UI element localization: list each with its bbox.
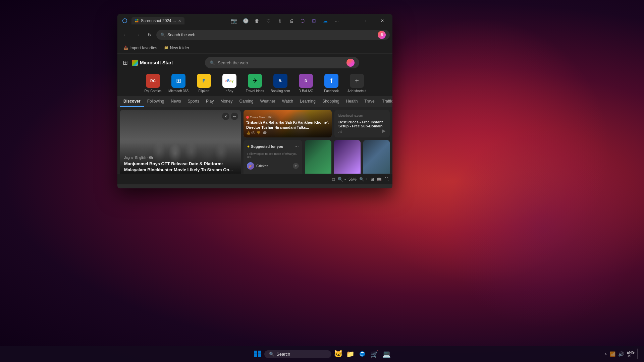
address-bar[interactable]: 🔍 Search the web B bbox=[156, 30, 390, 40]
camera-icon[interactable]: 📷 bbox=[229, 15, 239, 26]
bing-search-icon bbox=[346, 59, 355, 67]
more-options-button[interactable]: ··· bbox=[231, 113, 238, 120]
print-icon[interactable]: 🖨 bbox=[286, 15, 297, 26]
minimize-button[interactable]: — bbox=[344, 15, 359, 26]
bottom-card-moneycontrol[interactable]: Moneycontrol · 2h bbox=[305, 140, 331, 174]
ms-logo[interactable]: Microsoft Start bbox=[132, 60, 173, 66]
shortcut-add[interactable]: + Add shortcut bbox=[347, 74, 367, 93]
shortcut-ebay[interactable]: eBay eBay bbox=[219, 74, 239, 93]
edge-icon[interactable] bbox=[120, 16, 129, 25]
history-icon[interactable]: 🕐 bbox=[240, 15, 251, 26]
shortcut-dbal[interactable]: D D Bal A/C bbox=[296, 74, 316, 93]
onedrive-icon[interactable]: ☁ bbox=[320, 15, 331, 26]
tab-money[interactable]: Money bbox=[217, 96, 236, 107]
taskbar-explorer-icon[interactable]: 📁 bbox=[345, 349, 356, 359]
zoom-in[interactable]: 🔍 + bbox=[359, 177, 368, 182]
tab-play[interactable]: Play bbox=[203, 96, 217, 107]
window-controls: — □ ✕ bbox=[344, 15, 390, 26]
refresh-button[interactable]: ↻ bbox=[144, 29, 155, 40]
tab-traffic[interactable]: Traffic bbox=[379, 96, 392, 107]
chevron-up-icon[interactable]: ∧ bbox=[604, 352, 607, 356]
shortcut-facebook[interactable]: f Facebook bbox=[321, 74, 341, 93]
shortcut-m365[interactable]: ⊞ Microsoft 365 bbox=[168, 74, 189, 93]
booking-icon: B. bbox=[273, 74, 287, 88]
more-icon[interactable]: ··· bbox=[331, 15, 342, 26]
reader-view-icon[interactable]: □ bbox=[332, 177, 335, 182]
shortcut-travel[interactable]: ✈ Travel Ideas bbox=[245, 74, 265, 93]
card1-dislike[interactable]: 👎 bbox=[257, 131, 261, 135]
zoom-in-icon[interactable]: 🔍 bbox=[359, 177, 364, 182]
ad-play-icon[interactable]: ▶ bbox=[382, 128, 386, 133]
taskbar-language[interactable]: ENG US bbox=[627, 350, 635, 358]
tab-close-icon[interactable]: ✕ bbox=[178, 19, 181, 23]
zoom-out-icon[interactable]: 🔍 bbox=[337, 177, 343, 182]
tab-discover[interactable]: Discover bbox=[120, 96, 144, 107]
tab-gaming[interactable]: Gaming bbox=[236, 96, 257, 107]
bookmark-import-label: Import favorites bbox=[129, 46, 157, 50]
suggested-more-icon[interactable]: ··· bbox=[294, 143, 299, 149]
svg-rect-8 bbox=[258, 354, 261, 357]
status-bar: □ 🔍 - 56% 🔍 + ⊞ 📖 ⛶ bbox=[117, 174, 392, 184]
language-code: ENG bbox=[627, 350, 635, 354]
heart-icon[interactable]: ♡ bbox=[263, 15, 274, 26]
shortcut-flipkart[interactable]: F Flipkart bbox=[194, 74, 214, 93]
zoom-out-minus[interactable]: - bbox=[344, 177, 346, 182]
tab-sports[interactable]: Sports bbox=[184, 96, 203, 107]
grid-icon[interactable]: ⊞ bbox=[123, 59, 128, 66]
forward-button[interactable]: → bbox=[132, 29, 143, 40]
close-button[interactable]: ✕ bbox=[375, 15, 390, 26]
reading-view-icon[interactable]: 📖 bbox=[377, 177, 382, 182]
dismiss-button[interactable]: ✕ bbox=[222, 113, 229, 120]
shortcut-booking[interactable]: B. Booking.com bbox=[270, 74, 290, 93]
tab-watch[interactable]: Watch bbox=[279, 96, 297, 107]
bookmark-new-folder[interactable]: 📁 New folder bbox=[161, 45, 192, 51]
tab-news[interactable]: News bbox=[167, 96, 184, 107]
taskbar-edge-icon[interactable] bbox=[357, 349, 368, 359]
shortcut-raj-comics[interactable]: RC Raj Comics bbox=[143, 74, 163, 93]
zoom-in-plus[interactable]: + bbox=[366, 177, 368, 182]
zoom-level[interactable]: 🔍 - bbox=[337, 177, 346, 182]
taskbar-search[interactable]: 🔍 Search bbox=[264, 350, 331, 358]
volume-icon[interactable]: 🔊 bbox=[618, 351, 624, 357]
collections-icon[interactable]: ⊞ bbox=[309, 15, 319, 26]
show-desktop-button[interactable] bbox=[637, 349, 639, 359]
bing-icon: B bbox=[378, 31, 386, 39]
ad-card[interactable]: bisecthosting.com Best Prices - Free Ins… bbox=[334, 110, 390, 137]
cricket-add-button[interactable]: + bbox=[293, 163, 299, 169]
tab-shopping[interactable]: Shopping bbox=[319, 96, 343, 107]
active-tab[interactable]: Screenshot 2024-... ✕ bbox=[131, 17, 184, 24]
bottom-card-hostinger[interactable]: hostinger.in bbox=[334, 140, 361, 174]
suggested-title: ✦ Suggested for you bbox=[247, 144, 283, 148]
bottom-card-jagran[interactable]: Jagran English · 12h bbox=[363, 140, 390, 174]
split-view-icon[interactable]: ⊞ bbox=[371, 177, 374, 182]
folder-icon: 📁 bbox=[164, 46, 169, 50]
maximize-button[interactable]: □ bbox=[360, 15, 374, 26]
svg-rect-6 bbox=[258, 351, 261, 354]
ms-search-bar[interactable]: 🔍 Search the web bbox=[205, 57, 359, 68]
address-text: Search the web bbox=[167, 33, 376, 37]
info-icon[interactable]: ℹ bbox=[274, 15, 285, 26]
svg-point-4 bbox=[348, 60, 353, 65]
back-button[interactable]: ← bbox=[120, 29, 131, 40]
tab-travel[interactable]: Travel bbox=[361, 96, 379, 107]
tab-weather[interactable]: Weather bbox=[257, 96, 279, 107]
zoom-value[interactable]: 56% bbox=[348, 177, 357, 182]
fullscreen-icon[interactable]: ⛶ bbox=[384, 177, 388, 182]
network-icon[interactable]: 📶 bbox=[610, 351, 615, 357]
tab-learning[interactable]: Learning bbox=[297, 96, 319, 107]
main-article[interactable]: ✕ ··· Jagran English · 6h Manjummel Boys… bbox=[120, 110, 241, 174]
bookmark-import[interactable]: 📥 Import favorites bbox=[121, 45, 160, 51]
taskbar: 🔍 Search 🐱 📁 🛒 💻 ∧ 📶 🔊 ENG US bbox=[0, 346, 644, 362]
start-button[interactable] bbox=[252, 349, 263, 359]
card1-like[interactable]: 👍 43 bbox=[246, 131, 255, 135]
news-card-srikanth[interactable]: Times Now · 10h 'Srikanth Aa Raha Hai Sa… bbox=[244, 110, 332, 137]
right-column: Times Now · 10h 'Srikanth Aa Raha Hai Sa… bbox=[244, 110, 390, 174]
trash-icon[interactable]: 🗑 bbox=[252, 15, 262, 26]
taskbar-app-icon[interactable]: 💻 bbox=[381, 349, 392, 359]
extension-icon[interactable]: ⬡ bbox=[297, 15, 308, 26]
tab-health[interactable]: Health bbox=[343, 96, 361, 107]
card1-comment[interactable]: 💬 bbox=[263, 131, 267, 135]
taskbar-store-icon[interactable]: 🛒 bbox=[369, 349, 380, 359]
taskbar-widget-icon[interactable]: 🐱 bbox=[333, 349, 343, 359]
tab-following[interactable]: Following bbox=[144, 96, 168, 107]
